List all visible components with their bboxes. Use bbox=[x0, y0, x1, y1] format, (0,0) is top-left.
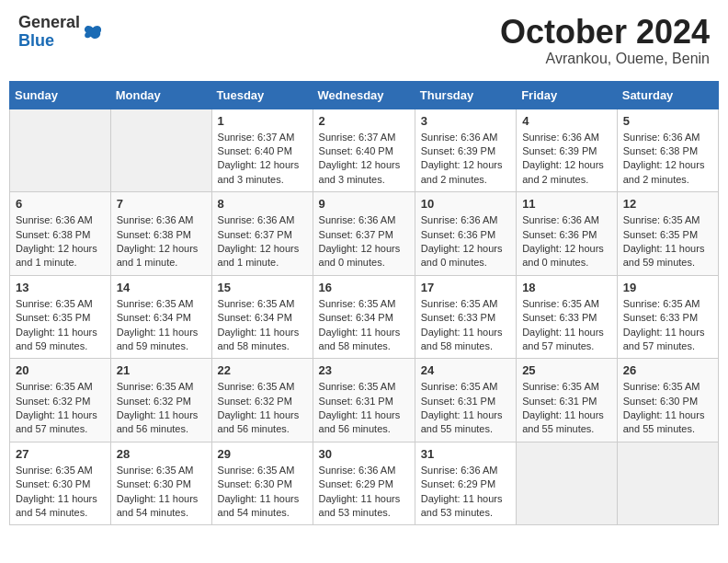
day-info: Sunrise: 6:35 AMSunset: 6:31 PMDaylight:… bbox=[421, 380, 510, 437]
calendar-cell: 18Sunrise: 6:35 AMSunset: 6:33 PMDayligh… bbox=[517, 275, 618, 359]
day-info: Sunrise: 6:36 AMSunset: 6:38 PMDaylight:… bbox=[117, 213, 206, 270]
day-info: Sunrise: 6:35 AMSunset: 6:31 PMDaylight:… bbox=[319, 380, 409, 437]
day-info: Sunrise: 6:35 AMSunset: 6:34 PMDaylight:… bbox=[218, 297, 307, 354]
day-info: Sunrise: 6:35 AMSunset: 6:35 PMDaylight:… bbox=[16, 297, 105, 354]
day-info: Sunrise: 6:35 AMSunset: 6:33 PMDaylight:… bbox=[623, 297, 712, 354]
calendar-cell: 23Sunrise: 6:35 AMSunset: 6:31 PMDayligh… bbox=[313, 359, 415, 442]
day-number: 5 bbox=[623, 114, 712, 128]
calendar-body: 1Sunrise: 6:37 AMSunset: 6:40 PMDaylight… bbox=[10, 109, 719, 525]
day-number: 11 bbox=[522, 197, 611, 211]
day-info: Sunrise: 6:35 AMSunset: 6:30 PMDaylight:… bbox=[16, 464, 105, 521]
calendar-cell bbox=[617, 442, 718, 525]
calendar-cell: 15Sunrise: 6:35 AMSunset: 6:34 PMDayligh… bbox=[211, 275, 313, 359]
day-number: 7 bbox=[117, 197, 206, 211]
day-number: 26 bbox=[623, 363, 712, 377]
day-info: Sunrise: 6:36 AMSunset: 6:37 PMDaylight:… bbox=[218, 213, 307, 270]
day-number: 29 bbox=[218, 447, 307, 461]
calendar-cell: 10Sunrise: 6:36 AMSunset: 6:36 PMDayligh… bbox=[415, 192, 516, 276]
calendar-cell: 25Sunrise: 6:35 AMSunset: 6:31 PMDayligh… bbox=[517, 359, 618, 442]
calendar-cell bbox=[110, 109, 211, 192]
calendar-cell: 2Sunrise: 6:37 AMSunset: 6:40 PMDaylight… bbox=[313, 109, 415, 192]
page-header: General Blue October 2024 Avrankou, Ouem… bbox=[9, 9, 719, 72]
calendar-week-row: 20Sunrise: 6:35 AMSunset: 6:32 PMDayligh… bbox=[10, 359, 719, 442]
calendar-table: SundayMondayTuesdayWednesdayThursdayFrid… bbox=[9, 81, 719, 526]
day-info: Sunrise: 6:36 AMSunset: 6:36 PMDaylight:… bbox=[522, 213, 611, 270]
day-number: 2 bbox=[319, 114, 409, 128]
calendar-cell: 19Sunrise: 6:35 AMSunset: 6:33 PMDayligh… bbox=[617, 275, 718, 359]
calendar-cell: 3Sunrise: 6:36 AMSunset: 6:39 PMDaylight… bbox=[415, 109, 516, 192]
location: Avrankou, Oueme, Benin bbox=[500, 51, 710, 67]
calendar-cell: 16Sunrise: 6:35 AMSunset: 6:34 PMDayligh… bbox=[313, 275, 415, 359]
calendar-week-row: 27Sunrise: 6:35 AMSunset: 6:30 PMDayligh… bbox=[10, 442, 719, 525]
logo-text: General Blue bbox=[18, 14, 80, 51]
calendar-cell: 31Sunrise: 6:36 AMSunset: 6:29 PMDayligh… bbox=[415, 442, 516, 525]
day-number: 6 bbox=[16, 197, 105, 211]
calendar-cell: 5Sunrise: 6:36 AMSunset: 6:38 PMDaylight… bbox=[617, 109, 718, 192]
day-info: Sunrise: 6:35 AMSunset: 6:30 PMDaylight:… bbox=[117, 464, 206, 521]
calendar-cell: 17Sunrise: 6:35 AMSunset: 6:33 PMDayligh… bbox=[415, 275, 516, 359]
day-number: 9 bbox=[319, 197, 409, 211]
day-number: 19 bbox=[623, 281, 712, 294]
calendar-cell: 27Sunrise: 6:35 AMSunset: 6:30 PMDayligh… bbox=[10, 442, 111, 525]
day-info: Sunrise: 6:36 AMSunset: 6:38 PMDaylight:… bbox=[623, 131, 712, 188]
weekday-header-monday: Monday bbox=[110, 81, 211, 109]
day-number: 14 bbox=[117, 281, 206, 294]
day-info: Sunrise: 6:36 AMSunset: 6:29 PMDaylight:… bbox=[319, 464, 409, 521]
day-info: Sunrise: 6:36 AMSunset: 6:38 PMDaylight:… bbox=[16, 213, 105, 270]
weekday-header-friday: Friday bbox=[517, 81, 618, 109]
day-info: Sunrise: 6:35 AMSunset: 6:33 PMDaylight:… bbox=[421, 297, 510, 354]
calendar-cell: 30Sunrise: 6:36 AMSunset: 6:29 PMDayligh… bbox=[313, 442, 415, 525]
day-number: 24 bbox=[421, 363, 510, 377]
day-info: Sunrise: 6:36 AMSunset: 6:39 PMDaylight:… bbox=[421, 131, 510, 188]
day-info: Sunrise: 6:35 AMSunset: 6:35 PMDaylight:… bbox=[623, 213, 712, 270]
day-info: Sunrise: 6:35 AMSunset: 6:31 PMDaylight:… bbox=[522, 380, 611, 437]
day-number: 25 bbox=[522, 363, 611, 377]
day-number: 23 bbox=[319, 363, 409, 377]
weekday-header-thursday: Thursday bbox=[415, 81, 516, 109]
calendar-cell: 22Sunrise: 6:35 AMSunset: 6:32 PMDayligh… bbox=[211, 359, 313, 442]
calendar-cell: 12Sunrise: 6:35 AMSunset: 6:35 PMDayligh… bbox=[617, 192, 718, 276]
calendar-cell: 9Sunrise: 6:36 AMSunset: 6:37 PMDaylight… bbox=[313, 192, 415, 276]
day-number: 10 bbox=[421, 197, 510, 211]
calendar-cell: 8Sunrise: 6:36 AMSunset: 6:37 PMDaylight… bbox=[211, 192, 313, 276]
day-info: Sunrise: 6:35 AMSunset: 6:34 PMDaylight:… bbox=[319, 297, 409, 354]
day-info: Sunrise: 6:35 AMSunset: 6:30 PMDaylight:… bbox=[623, 380, 712, 437]
day-number: 16 bbox=[319, 281, 409, 294]
day-info: Sunrise: 6:35 AMSunset: 6:34 PMDaylight:… bbox=[117, 297, 206, 354]
day-number: 1 bbox=[218, 114, 307, 128]
day-number: 31 bbox=[421, 447, 510, 461]
day-info: Sunrise: 6:35 AMSunset: 6:32 PMDaylight:… bbox=[218, 380, 307, 437]
calendar-cell: 1Sunrise: 6:37 AMSunset: 6:40 PMDaylight… bbox=[211, 109, 313, 192]
day-info: Sunrise: 6:35 AMSunset: 6:32 PMDaylight:… bbox=[117, 380, 206, 437]
weekday-header-sunday: Sunday bbox=[10, 81, 111, 109]
logo-bird-icon bbox=[83, 23, 103, 43]
day-number: 8 bbox=[218, 197, 307, 211]
weekday-header-saturday: Saturday bbox=[617, 81, 718, 109]
calendar-week-row: 13Sunrise: 6:35 AMSunset: 6:35 PMDayligh… bbox=[10, 275, 719, 359]
day-number: 15 bbox=[218, 281, 307, 294]
day-number: 22 bbox=[218, 363, 307, 377]
weekday-header-tuesday: Tuesday bbox=[211, 81, 313, 109]
weekday-row: SundayMondayTuesdayWednesdayThursdayFrid… bbox=[10, 81, 719, 109]
calendar-cell: 13Sunrise: 6:35 AMSunset: 6:35 PMDayligh… bbox=[10, 275, 111, 359]
logo-general: General bbox=[18, 14, 80, 32]
calendar-cell: 20Sunrise: 6:35 AMSunset: 6:32 PMDayligh… bbox=[10, 359, 111, 442]
calendar-cell: 6Sunrise: 6:36 AMSunset: 6:38 PMDaylight… bbox=[10, 192, 111, 276]
calendar-cell: 4Sunrise: 6:36 AMSunset: 6:39 PMDaylight… bbox=[517, 109, 618, 192]
day-number: 27 bbox=[16, 447, 105, 461]
day-info: Sunrise: 6:37 AMSunset: 6:40 PMDaylight:… bbox=[218, 131, 307, 188]
title-section: October 2024 Avrankou, Oueme, Benin bbox=[500, 14, 710, 67]
logo: General Blue bbox=[18, 14, 103, 51]
calendar-cell: 29Sunrise: 6:35 AMSunset: 6:30 PMDayligh… bbox=[211, 442, 313, 525]
calendar-cell: 7Sunrise: 6:36 AMSunset: 6:38 PMDaylight… bbox=[110, 192, 211, 276]
calendar-cell: 28Sunrise: 6:35 AMSunset: 6:30 PMDayligh… bbox=[110, 442, 211, 525]
day-number: 28 bbox=[117, 447, 206, 461]
calendar-cell: 26Sunrise: 6:35 AMSunset: 6:30 PMDayligh… bbox=[617, 359, 718, 442]
logo-blue: Blue bbox=[18, 32, 80, 51]
day-info: Sunrise: 6:35 AMSunset: 6:33 PMDaylight:… bbox=[522, 297, 611, 354]
day-number: 21 bbox=[117, 363, 206, 377]
day-info: Sunrise: 6:35 AMSunset: 6:32 PMDaylight:… bbox=[16, 380, 105, 437]
calendar-week-row: 6Sunrise: 6:36 AMSunset: 6:38 PMDaylight… bbox=[10, 192, 719, 276]
day-number: 17 bbox=[421, 281, 510, 294]
calendar-week-row: 1Sunrise: 6:37 AMSunset: 6:40 PMDaylight… bbox=[10, 109, 719, 192]
